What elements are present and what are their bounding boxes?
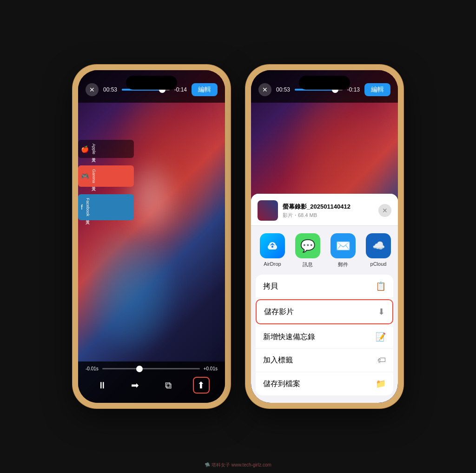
- copy-icon: 📋: [376, 281, 386, 291]
- share-sheet-header: 螢幕錄影_202501140412 影片・68.4 MB ✕: [251, 194, 398, 226]
- watermark: 🛸 塔科女子 www.tech-girlz.com: [205, 462, 271, 468]
- scrub-handle[interactable]: [136, 366, 143, 372]
- airdrop-icon: [260, 233, 285, 258]
- action-save-video[interactable]: 儲存影片 ⬇: [256, 299, 393, 324]
- phone-right-screen: ✕ 00:53 -0:13 編輯: [251, 70, 398, 403]
- video-background-left: [78, 70, 225, 403]
- scrub-bar: -0.01s +0.01s: [86, 366, 218, 371]
- time-elapsed-left: 00:53: [103, 86, 117, 93]
- page-wrapper: ✕ 00:53 -0:14 編輯 🍎 Apple登入: [0, 0, 476, 473]
- share-app-airdrop[interactable]: AirDrop: [258, 233, 286, 268]
- files-icon: 📁: [376, 379, 386, 389]
- action-save-video-label: 儲存影片: [264, 307, 294, 317]
- apple-login-tag[interactable]: 🍎 Apple登入: [78, 140, 134, 158]
- share-app-pcloud[interactable]: ☁️ pCloud: [364, 233, 392, 268]
- messages-icon: 💬: [295, 233, 320, 258]
- phone-left: ✕ 00:53 -0:14 編輯 🍎 Apple登入: [73, 65, 231, 408]
- airdrop-label: AirDrop: [264, 261, 281, 267]
- dynamic-island-right: [299, 76, 350, 90]
- share-filesize: 影片・68.4 MB: [283, 212, 378, 219]
- share-close-button[interactable]: ✕: [378, 204, 391, 217]
- bottom-controls-left: -0.01s +0.01s ⏸ ➡ ⧉ ⬆: [78, 361, 225, 403]
- phone-left-screen: ✕ 00:53 -0:14 編輯 🍎 Apple登入: [78, 70, 225, 403]
- screen-button[interactable]: ⧉: [160, 377, 177, 394]
- pause-button[interactable]: ⏸: [94, 377, 111, 394]
- share-app-mail[interactable]: ✉️ 郵件: [329, 233, 357, 268]
- playback-controls: ⏸ ➡ ⧉ ⬆: [86, 377, 218, 394]
- pcloud-label: pCloud: [370, 261, 387, 267]
- share-apps-row: AirDrop 💬 訊息 ✉️ 郵件: [251, 226, 398, 272]
- time-elapsed-right: 00:53: [276, 86, 290, 93]
- mail-icon: ✉️: [331, 233, 356, 258]
- tag-icon: 🏷: [377, 355, 386, 365]
- scrub-right-label: +0.01s: [204, 366, 218, 371]
- action-save-files[interactable]: 儲存到檔案 📁: [256, 372, 393, 395]
- dynamic-island-left: [126, 76, 177, 90]
- scrub-track[interactable]: [102, 368, 200, 369]
- action-add-shortcut-label: 新增快速備忘錄: [263, 332, 315, 342]
- action-add-shortcut[interactable]: 新增快速備忘錄 📝: [256, 325, 393, 349]
- garena-login-tag[interactable]: 🎮 Garena登入: [78, 165, 134, 187]
- time-remaining-right: -0:13: [347, 86, 360, 93]
- pcloud-icon: ☁️: [366, 233, 391, 258]
- left-login-panel: 🍎 Apple登入 🎮 Garena登入 f Facebook登入: [78, 140, 134, 220]
- share-sheet: 螢幕錄影_202501140412 影片・68.4 MB ✕: [251, 194, 398, 403]
- share-file-info: 螢幕錄影_202501140412 影片・68.4 MB: [283, 203, 378, 219]
- share-button-left[interactable]: ⬆: [193, 377, 210, 394]
- svg-point-0: [271, 246, 273, 248]
- share-filename: 螢幕錄影_202501140412: [283, 203, 378, 211]
- facebook-login-tag[interactable]: f Facebook登入: [78, 194, 134, 220]
- phone-right: ✕ 00:53 -0:13 編輯: [245, 65, 403, 408]
- edit-button-right[interactable]: 編輯: [364, 83, 390, 96]
- time-remaining-left: -0:14: [174, 86, 187, 93]
- edit-button-left[interactable]: 編輯: [192, 83, 218, 96]
- share-app-messages[interactable]: 💬 訊息: [294, 233, 322, 268]
- close-button-right[interactable]: ✕: [258, 83, 271, 96]
- action-copy-label: 拷貝: [263, 282, 278, 291]
- action-copy[interactable]: 拷貝 📋: [256, 275, 393, 298]
- share-thumbnail: [258, 200, 278, 221]
- mail-label: 郵件: [338, 261, 348, 268]
- action-add-tag-label: 加入標籤: [263, 355, 293, 365]
- share-actions-list: 拷貝 📋 儲存影片 ⬇ 新增快速備忘錄 📝 加入標籤 🏷: [256, 275, 393, 395]
- close-button-left[interactable]: ✕: [86, 83, 99, 96]
- messages-label: 訊息: [303, 261, 313, 268]
- action-save-files-label: 儲存到檔案: [263, 379, 300, 389]
- forward-button[interactable]: ➡: [127, 377, 144, 394]
- scrub-left-label: -0.01s: [86, 366, 99, 371]
- action-add-tag[interactable]: 加入標籤 🏷: [256, 349, 393, 372]
- shortcut-icon: 📝: [376, 332, 386, 342]
- save-video-icon: ⬇: [378, 307, 385, 317]
